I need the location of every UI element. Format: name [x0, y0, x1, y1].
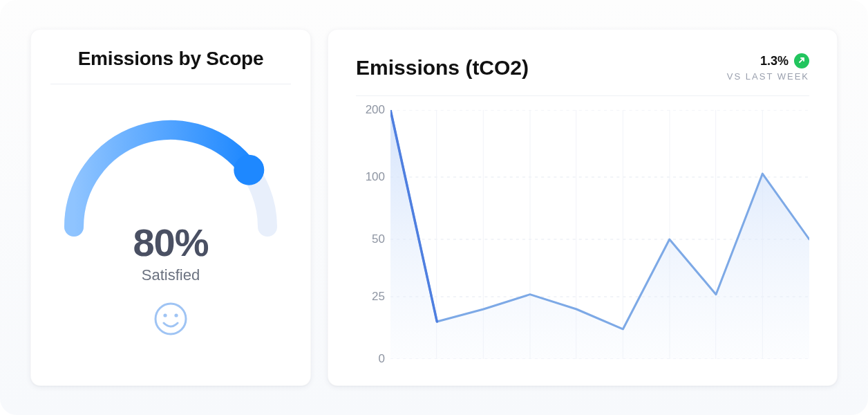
- svg-point-3: [174, 313, 178, 317]
- svg-point-1: [155, 304, 186, 334]
- divider: [50, 84, 291, 84]
- gauge-label: Satisfied: [142, 266, 200, 284]
- y-tick: 0: [379, 352, 385, 366]
- dashboard-container: Emissions by Scope 80% Sa: [0, 0, 868, 415]
- y-axis: 200 100 50 25 0: [356, 110, 390, 359]
- divider: [356, 95, 809, 96]
- y-tick: 100: [366, 170, 385, 184]
- chart-header: Emissions (tCO2) 1.3% VS LAST WEEK: [356, 53, 809, 82]
- emissions-tco2-card: Emissions (tCO2) 1.3% VS LAST WEEK 200 1…: [328, 29, 838, 386]
- trend-value: 1.3%: [760, 54, 789, 68]
- line-chart: 200 100 50 25 0: [356, 110, 809, 371]
- y-tick: 25: [372, 290, 385, 304]
- plot-area: [390, 110, 809, 359]
- y-tick: 200: [366, 103, 385, 117]
- gauge-chart: [53, 102, 288, 241]
- arrow-up-icon: [794, 53, 809, 68]
- y-tick: 50: [372, 232, 385, 246]
- trend-block: 1.3% VS LAST WEEK: [727, 53, 809, 82]
- emissions-scope-card: Emissions by Scope 80% Sa: [30, 29, 311, 386]
- svg-point-2: [163, 313, 167, 317]
- emissions-tco2-title: Emissions (tCO2): [356, 56, 529, 80]
- trend-caption: VS LAST WEEK: [727, 71, 809, 82]
- smiley-icon: [153, 301, 189, 340]
- svg-point-0: [234, 155, 264, 185]
- emissions-scope-title: Emissions by Scope: [78, 48, 264, 70]
